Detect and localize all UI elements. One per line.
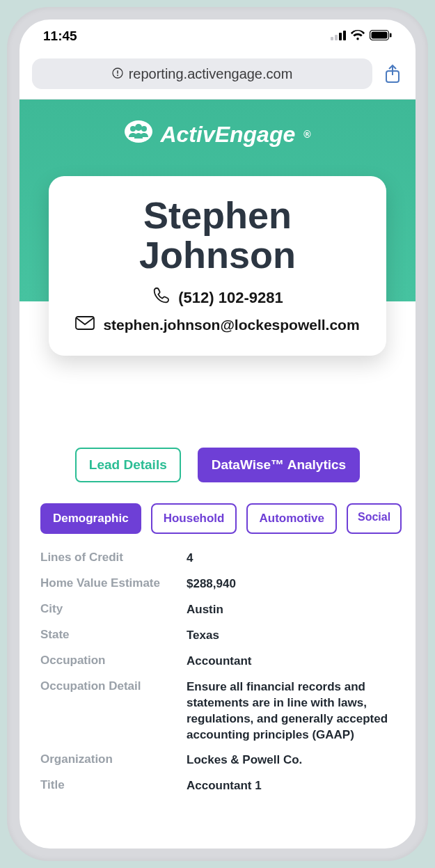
svg-rect-2 <box>339 33 342 40</box>
mail-icon <box>75 316 95 333</box>
status-time: 11:45 <box>43 29 77 44</box>
phone-screen: 11:45 reporting.activengage.com <box>19 19 416 849</box>
email-row[interactable]: stephen.johnson@lockespowell.com <box>63 316 372 333</box>
status-bar: 11:45 <box>19 19 416 53</box>
field-label: State <box>40 628 187 642</box>
data-row: Lines of Credit4 <box>40 551 395 567</box>
phone-row[interactable]: (512) 102-9281 <box>63 287 372 309</box>
lead-last-name: Johnson <box>139 234 296 276</box>
main-tabs: Lead Details DataWise™ Analytics <box>40 448 395 482</box>
field-label: Organization <box>40 752 187 766</box>
signal-icon <box>331 29 346 44</box>
svg-point-15 <box>141 126 147 132</box>
brand-name: ActivEngage <box>160 122 295 148</box>
field-label: Home Value Estimate <box>40 576 187 590</box>
phone-number: (512) 102-9281 <box>178 289 283 307</box>
data-row: CityAustin <box>40 602 395 618</box>
data-row: TitleAccountant 1 <box>40 778 395 794</box>
data-row: Home Value Estimate$288,940 <box>40 576 395 592</box>
phone-frame: 11:45 reporting.activengage.com <box>7 7 428 861</box>
svg-point-14 <box>135 124 142 131</box>
field-value: $288,940 <box>187 576 395 592</box>
field-value: 4 <box>187 551 395 567</box>
lead-card: Stephen Johnson (512) 102-9281 stephen.j… <box>49 176 386 356</box>
tab-datawise-analytics[interactable]: DataWise™ Analytics <box>198 448 360 482</box>
browser-bar: reporting.activengage.com <box>19 53 416 100</box>
data-rows: Lines of Credit4 Home Value Estimate$288… <box>40 551 395 794</box>
lock-icon <box>112 66 123 82</box>
data-row: Occupation DetailEnsure all financial re… <box>40 679 395 743</box>
field-label: Lines of Credit <box>40 551 187 565</box>
field-label: Occupation Detail <box>40 679 187 693</box>
battery-icon <box>370 29 392 44</box>
svg-rect-8 <box>117 70 118 74</box>
svg-rect-1 <box>335 35 338 40</box>
field-value: Ensure all financial records and stateme… <box>187 679 395 743</box>
sub-tabs: Demographic Household Automotive Social <box>40 503 395 534</box>
field-value: Lockes & Powell Co. <box>187 752 395 768</box>
url-field[interactable]: reporting.activengage.com <box>32 58 372 89</box>
svg-point-13 <box>130 126 136 132</box>
wifi-icon <box>350 29 365 44</box>
people-icon <box>124 119 153 150</box>
tab-lead-details[interactable]: Lead Details <box>75 448 181 482</box>
status-right <box>331 29 392 44</box>
registered-mark: ® <box>303 129 310 140</box>
below-card: Lead Details DataWise™ Analytics Demogra… <box>19 420 416 849</box>
field-value: Accountant <box>187 654 395 670</box>
svg-rect-6 <box>390 33 392 38</box>
field-value: Texas <box>187 628 395 644</box>
data-row: StateTexas <box>40 628 395 644</box>
url-text: reporting.activengage.com <box>129 66 293 82</box>
lead-first-name: Stephen <box>143 194 292 236</box>
brand-logo: ActivEngage® <box>19 100 416 150</box>
data-row: OccupationAccountant <box>40 654 395 670</box>
lead-name: Stephen Johnson <box>63 196 372 274</box>
chip-social[interactable]: Social <box>347 503 402 534</box>
phone-icon <box>152 287 170 309</box>
svg-point-9 <box>117 74 118 76</box>
svg-rect-5 <box>372 32 388 39</box>
field-label: City <box>40 602 187 616</box>
email-address: stephen.johnson@lockespowell.com <box>103 317 359 333</box>
share-button[interactable] <box>382 63 403 84</box>
data-row: OrganizationLockes & Powell Co. <box>40 752 395 768</box>
svg-rect-0 <box>331 37 333 40</box>
svg-point-12 <box>125 120 152 143</box>
chip-automotive[interactable]: Automotive <box>246 503 337 534</box>
svg-rect-3 <box>343 31 346 40</box>
field-value: Austin <box>187 602 395 618</box>
field-label: Occupation <box>40 654 187 668</box>
svg-rect-16 <box>76 317 94 329</box>
chip-household[interactable]: Household <box>151 503 237 534</box>
chip-demographic[interactable]: Demographic <box>40 503 141 534</box>
field-value: Accountant 1 <box>187 778 395 794</box>
content: ActivEngage® Stephen Johnson (512) 102-9… <box>19 100 416 849</box>
field-label: Title <box>40 778 187 792</box>
